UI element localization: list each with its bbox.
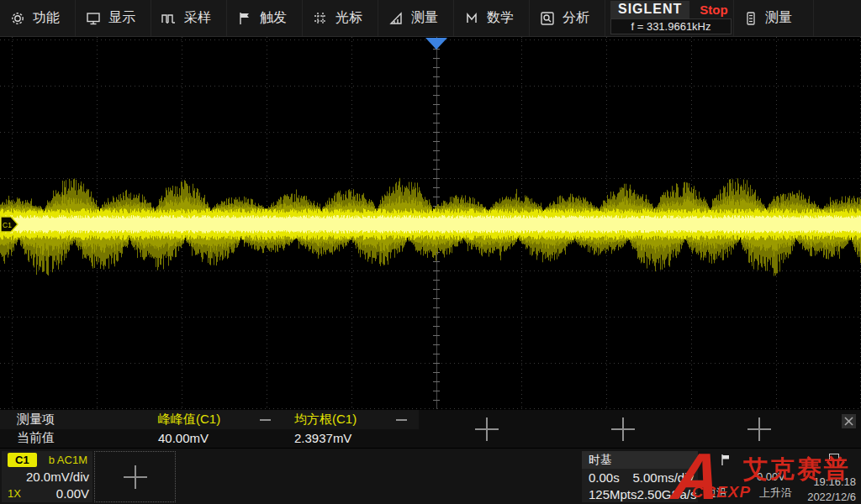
siglent-logo: SIGLENT	[610, 1, 689, 18]
remove-measurement-icon[interactable]	[396, 416, 407, 423]
frequency-counter: f = 331.9661kHz	[631, 20, 710, 33]
display-icon	[86, 11, 101, 26]
plus-icon	[475, 417, 499, 441]
acquire-icon	[161, 11, 177, 26]
menu-item-measure-panel[interactable]: 测量	[733, 0, 814, 36]
menu-item-label: 功能	[33, 9, 60, 27]
trigger-level: 0.00V	[757, 470, 785, 483]
menu-item-measure[interactable]: 测量	[378, 0, 454, 36]
add-channel-tile[interactable]	[94, 451, 176, 502]
clock-date: 2022/12/6	[807, 491, 856, 503]
menu-item-acquire[interactable]: 采样	[151, 0, 227, 36]
trigger-source: 1	[703, 454, 709, 466]
channel1-attenuation: 1X	[8, 487, 21, 500]
menu-item-label: 数学	[487, 9, 514, 27]
clock-block[interactable]: 19:16:18 2022/12/6	[797, 451, 858, 502]
menu-item-trigger[interactable]: 触发	[227, 0, 303, 36]
channel-offset-marker[interactable]: C1	[0, 216, 19, 233]
menu-item-label: 显示	[108, 9, 135, 27]
measure-ruler-icon	[388, 11, 404, 26]
menu-item-analysis[interactable]: 分析	[530, 0, 605, 36]
menu-item-label: 分析	[563, 9, 589, 27]
frequency-counter-box: f = 331.9661kHz	[610, 18, 732, 34]
menu-item-function[interactable]: 功能	[0, 0, 76, 36]
trigger-slope-flag-icon	[719, 454, 731, 466]
waveform-canvas[interactable]	[0, 37, 861, 409]
analysis-icon	[540, 11, 555, 26]
plus-icon	[611, 417, 635, 441]
add-measurement-slot[interactable]	[555, 410, 691, 448]
gear-icon	[10, 11, 25, 26]
measurement-header-label: 测量项	[17, 412, 55, 428]
channel1-badge: C1	[8, 453, 37, 467]
timebase-title: 时基	[589, 453, 612, 468]
remove-measurement-icon[interactable]	[260, 416, 271, 423]
measurement-value: 40.00mV	[158, 431, 209, 445]
trigger-slope: 上升沿	[759, 486, 792, 501]
channel1-scale: 20.0mV/div	[26, 470, 89, 484]
clock-time: 19:16:18	[813, 475, 856, 488]
menu-item-label: 光标	[335, 9, 362, 27]
timebase-tile[interactable]: 时基 0.00s 5.00ms/div 125Mpts 2.50GSa/s	[582, 451, 698, 502]
trigger-tile[interactable]: 1 0.00V 边沿 上升沿	[700, 451, 800, 502]
measurement-value: 2.3937mV	[294, 431, 351, 445]
menu-item-math[interactable]: 数学	[454, 0, 530, 36]
add-measurement-slot[interactable]	[691, 410, 827, 448]
menu-item-display[interactable]: 显示	[76, 0, 151, 36]
menu-item-label: 采样	[184, 9, 211, 27]
channel1-offset: 0.00V	[56, 486, 89, 501]
menu-item-label: 测量	[765, 9, 792, 27]
list-icon	[744, 11, 758, 26]
timebase-sample-rate: 2.50GSa/s	[637, 487, 697, 501]
cursor-icon	[313, 11, 328, 26]
close-measurement-panel-button[interactable]	[842, 414, 856, 428]
measurement-value-label: 当前值	[17, 430, 55, 446]
timebase-memory: 125Mpts	[589, 487, 637, 501]
math-icon	[464, 11, 479, 26]
menu-item-cursor[interactable]: 光标	[303, 0, 378, 36]
measurement-slot-rms[interactable]: 均方根(C1) 2.3937mV	[283, 410, 419, 448]
channel-marker-label: C1	[3, 221, 12, 229]
timebase-scale: 5.00ms/div	[632, 470, 694, 485]
menu-item-label: 触发	[260, 9, 287, 27]
brand-status-block: SIGLENT Stop f = 331.9661kHz	[607, 0, 733, 36]
channel1-tile[interactable]: C1 b AC1M 20.0mV/div 1X 0.00V	[2, 451, 92, 502]
measurement-name: 峰峰值(C1)	[158, 412, 220, 428]
status-bar: C1 b AC1M 20.0mV/div 1X 0.00V 时基 0.00s 5…	[0, 448, 861, 504]
trigger-flag-icon	[237, 11, 252, 26]
trigger-position-marker[interactable]	[425, 38, 447, 50]
menu-item-label: 测量	[411, 9, 438, 27]
oscilloscope-screen: 功能 显示 采样 触发 光标	[0, 0, 861, 504]
trigger-type: 边沿	[705, 486, 727, 501]
measurement-name: 均方根(C1)	[294, 412, 357, 428]
top-menu-bar: 功能 显示 采样 触发 光标	[0, 0, 861, 37]
timebase-delay: 0.00s	[589, 470, 620, 485]
add-measurement-slot[interactable]	[419, 410, 555, 448]
plus-icon	[747, 417, 771, 441]
measurement-panel: 测量项 当前值 峰峰值(C1) 40.00mV 均方根(C1) 2.3937mV	[0, 409, 861, 448]
screen-saver-icon	[829, 454, 839, 461]
run-state-indicator[interactable]: Stop	[700, 3, 727, 17]
measurement-row-labels: 测量项 当前值	[0, 410, 146, 448]
measurement-slot-pkpk[interactable]: 峰峰值(C1) 40.00mV	[146, 410, 283, 448]
plus-icon	[124, 465, 147, 489]
waveform-display-area[interactable]: C1	[0, 37, 861, 409]
close-icon	[844, 417, 853, 426]
channel1-coupling: b AC1M	[49, 454, 89, 466]
